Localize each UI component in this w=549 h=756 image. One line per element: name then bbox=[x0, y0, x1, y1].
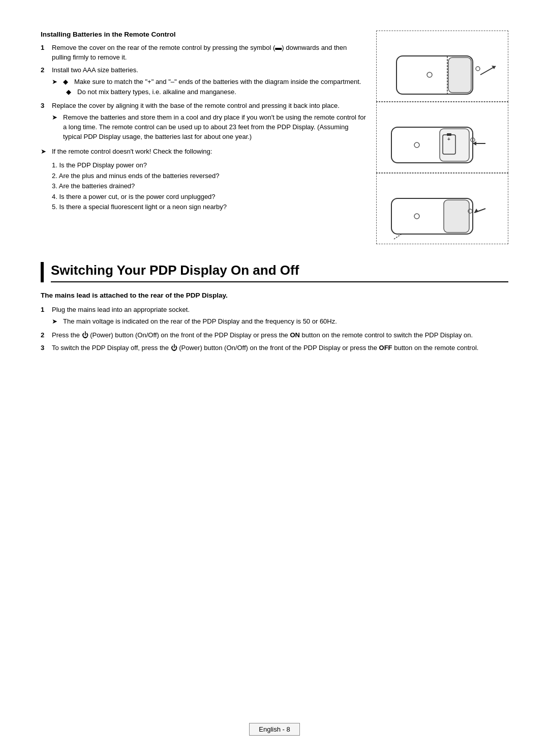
step-2-content: Install two AAA size batteries. ➤ ◆ Make… bbox=[52, 66, 366, 99]
step-2-sub-1-text: Make sure to match the "+" and "–" ends … bbox=[74, 77, 361, 87]
check-arrow: ➤ bbox=[41, 147, 49, 213]
battery-section: Installing Batteries in the Remote Contr… bbox=[41, 31, 508, 244]
s2-step-num-2: 2 bbox=[41, 331, 48, 340]
step-2-sub-2-indent bbox=[52, 88, 63, 97]
check-item-3: 3. Are the batteries drained? bbox=[52, 181, 227, 191]
diamond-sym-2: ◆ bbox=[66, 88, 74, 97]
check-item-5: 5. Is there a special fluorescent light … bbox=[52, 202, 227, 212]
section2-divider: Switching Your PDP Display On and Off bbox=[41, 262, 508, 282]
svg-point-4 bbox=[476, 67, 480, 71]
s2-step-num-3: 3 bbox=[41, 343, 48, 353]
step-num-2: 2 bbox=[41, 66, 48, 99]
battery-left-content: Installing Batteries in the Remote Contr… bbox=[41, 31, 366, 244]
footer: English - 8 bbox=[0, 723, 549, 736]
diagram-2-svg: + bbox=[381, 104, 503, 170]
s2-step-1-sublist: ➤ The main voltage is indicated on the r… bbox=[52, 317, 508, 327]
svg-rect-17 bbox=[444, 200, 469, 232]
section2-heading: Switching Your PDP Display On and Off bbox=[51, 263, 508, 282]
right-diagrams: + bbox=[376, 31, 508, 244]
battery-step-3: 3 Replace the cover by aligning it with … bbox=[41, 101, 366, 142]
step-3-content: Replace the cover by aligning it with th… bbox=[52, 101, 366, 142]
diamond-sym-1: ◆ bbox=[63, 77, 71, 87]
step-1-text: Remove the cover on the rear of the remo… bbox=[52, 44, 347, 61]
section2-step-2: 2 Press the ⏻ (Power) button (On/Off) on… bbox=[41, 331, 508, 340]
s2-step-1-sub-text: The main voltage is indicated on the rea… bbox=[63, 317, 337, 327]
section2-steps-list: 1 Plug the mains lead into an appropriat… bbox=[41, 305, 508, 353]
footer-badge: English - 8 bbox=[249, 723, 299, 736]
section2-step-1: 1 Plug the mains lead into an appropriat… bbox=[41, 305, 508, 328]
diagram-1 bbox=[376, 31, 508, 102]
s2-step-2-text: Press the ⏻ (Power) button (On/Off) on t… bbox=[52, 331, 473, 339]
s2-arrow-1: ➤ bbox=[52, 317, 60, 327]
battery-step-1: 1 Remove the cover on the rear of the re… bbox=[41, 43, 366, 63]
svg-line-22 bbox=[394, 234, 402, 239]
check-content: If the remote control doesn't work! Chec… bbox=[52, 147, 227, 213]
section2-content: The mains lead is attached to the rear o… bbox=[41, 292, 508, 353]
s2-step-1-sub: ➤ The main voltage is indicated on the r… bbox=[52, 317, 508, 327]
diagram-3-svg bbox=[381, 176, 503, 242]
section2-step-3: 3 To switch the PDP Display off, press t… bbox=[41, 343, 508, 353]
s2-step-1-content: Plug the mains lead into an appropriate … bbox=[52, 305, 508, 328]
diagram-1-svg bbox=[381, 33, 503, 99]
s2-step-num-1: 1 bbox=[41, 305, 48, 328]
section2-sub-heading: The mains lead is attached to the rear o… bbox=[41, 292, 508, 299]
divider-bar bbox=[41, 262, 44, 282]
step-2-text: Install two AAA size batteries. bbox=[52, 66, 138, 74]
s2-step-2-content: Press the ⏻ (Power) button (On/Off) on t… bbox=[52, 331, 508, 340]
svg-rect-10 bbox=[447, 133, 451, 136]
check-section: ➤ If the remote control doesn't work! Ch… bbox=[41, 147, 366, 213]
arrow-sym-1: ➤ bbox=[52, 77, 60, 87]
step-2-sublist: ➤ ◆ Make sure to match the "+" and "–" e… bbox=[52, 77, 366, 98]
battery-section-title: Installing Batteries in the Remote Contr… bbox=[41, 31, 366, 38]
svg-point-18 bbox=[414, 214, 419, 219]
diagram-2: + bbox=[376, 102, 508, 173]
check-intro: If the remote control doesn't work! Chec… bbox=[52, 148, 212, 155]
svg-rect-2 bbox=[448, 57, 471, 93]
step-2-sub-2-text: Do not mix battery types, i.e. alkaline … bbox=[77, 88, 236, 97]
diagram-3 bbox=[376, 173, 508, 244]
step-num-3: 3 bbox=[41, 101, 48, 142]
footer-label: English - 8 bbox=[259, 725, 290, 733]
step-2-sub-1: ➤ ◆ Make sure to match the "+" and "–" e… bbox=[52, 77, 366, 87]
check-item-4: 4. Is there a power cut, or is the power… bbox=[52, 192, 227, 202]
svg-point-3 bbox=[427, 72, 432, 77]
step-3-text: Replace the cover by aligning it with th… bbox=[52, 102, 340, 109]
svg-text:+: + bbox=[447, 136, 450, 142]
step-3-sub-1-text: Remove the batteries and store them in a… bbox=[63, 113, 366, 142]
s2-step-3-content: To switch the PDP Display off, press the… bbox=[52, 343, 508, 353]
svg-rect-8 bbox=[440, 129, 469, 161]
page: Installing Batteries in the Remote Contr… bbox=[0, 0, 549, 756]
arrow-sym-3: ➤ bbox=[52, 113, 60, 142]
check-item-1: 1. Is the PDP Display power on? bbox=[52, 160, 227, 170]
step-1-content: Remove the cover on the rear of the remo… bbox=[52, 43, 366, 63]
check-list: 1. Is the PDP Display power on? 2. Are t… bbox=[52, 160, 227, 212]
battery-steps-list: 1 Remove the cover on the rear of the re… bbox=[41, 43, 366, 143]
step-2-sub-2: ◆ Do not mix battery types, i.e. alkalin… bbox=[52, 88, 366, 97]
battery-step-2: 2 Install two AAA size batteries. ➤ ◆ Ma… bbox=[41, 66, 366, 99]
s2-step-1-text: Plug the mains lead into an appropriate … bbox=[52, 306, 190, 313]
check-item-2: 2. Are the plus and minus ends of the ba… bbox=[52, 171, 227, 181]
step-3-sub-1: ➤ Remove the batteries and store them in… bbox=[52, 113, 366, 142]
step-num-1: 1 bbox=[41, 43, 48, 63]
step-3-sublist: ➤ Remove the batteries and store them in… bbox=[52, 113, 366, 142]
s2-step-3-text: To switch the PDP Display off, press the… bbox=[52, 344, 478, 352]
svg-marker-21 bbox=[474, 209, 478, 213]
svg-point-12 bbox=[414, 142, 419, 148]
